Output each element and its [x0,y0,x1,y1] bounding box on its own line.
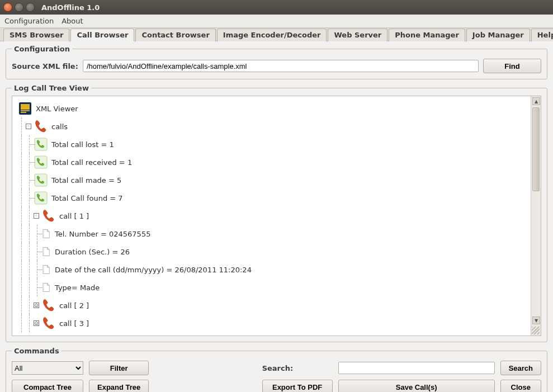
search-input[interactable] [338,362,495,374]
window-maximize-button[interactable] [26,3,35,12]
phone-green-icon [34,155,48,169]
phone-green-icon [34,173,48,187]
configuration-legend: Configuration [12,45,72,53]
tree-stat-made[interactable]: Total call made = 5 [51,176,121,185]
menu-configuration[interactable]: Configuration [4,17,54,25]
tree-legend: Log Call Tree View [12,84,91,92]
tree-calls[interactable]: calls [51,122,68,131]
tree-call2[interactable]: call [ 2 ] [59,301,89,310]
search-button[interactable]: Search [500,361,541,375]
source-xml-label: Source XML file: [12,62,78,70]
menu-about[interactable]: About [62,17,83,25]
menubar: Configuration About [0,15,553,28]
tree-stat-total[interactable]: Total Call found = 7 [51,194,123,202]
scroll-down-icon[interactable]: ▼ [532,317,540,324]
tree-root[interactable]: XML Viewer [36,105,78,113]
phone-green-icon [34,191,48,205]
document-icon [41,264,51,275]
tree-call1-type[interactable]: Type= Made [55,284,100,292]
call-tree[interactable]: XML Viewer ◦ calls Total call lost = 1 [12,96,531,336]
find-button[interactable]: Find [483,59,541,73]
filter-button[interactable]: Filter [89,361,149,375]
tree-toggle-call3[interactable]: ⊙ [34,320,39,326]
tabbar: SMS Browser Call Browser Contact Browser… [0,28,553,41]
document-icon [41,246,51,257]
tree-toggle-call1[interactable]: ◦ [34,213,39,219]
expand-tree-button[interactable]: Expand Tree [89,380,149,392]
source-xml-input[interactable] [83,60,479,72]
tree-call1-date[interactable]: Date of the call (dd/mm/yyyy) = 26/08/20… [55,266,252,274]
window-minimize-button[interactable] [15,3,23,12]
phone-green-icon [34,137,48,152]
tree-stat-lost[interactable]: Total call lost = 1 [51,140,114,149]
phone-red-icon [41,316,56,330]
titlebar: AndOffline 1.0 [0,0,553,15]
tab-image-encdec[interactable]: Image Encoder/Decoder [217,29,327,41]
configuration-fieldset: Configuration Source XML file: Find [6,45,547,79]
tree-fieldset: Log Call Tree View XML Viewer ◦ calls [6,84,547,342]
commands-fieldset: Commands All Filter Search: Search Compa… [6,347,547,392]
phone-red-icon [34,119,48,134]
commands-legend: Commands [12,347,62,355]
compact-tree-button[interactable]: Compact Tree [12,380,83,392]
chip-icon [18,101,32,116]
resize-grip-icon [532,327,540,334]
tab-sms-browser[interactable]: SMS Browser [3,29,69,41]
tab-job-manager[interactable]: Job Manager [466,29,530,41]
document-icon [41,282,51,293]
tab-help[interactable]: Help [531,29,553,41]
tree-scrollbar[interactable]: ▲ ▼ [531,96,541,336]
tree-toggle-calls[interactable]: ◦ [26,124,31,129]
tree-call1-duration[interactable]: Duration (Sec.) = 26 [55,248,130,256]
phone-red-icon [41,298,56,313]
tab-web-server[interactable]: Web Server [328,29,387,41]
tab-content: Configuration Source XML file: Find Log … [0,41,553,392]
window-close-button[interactable] [3,3,12,12]
document-icon [41,228,51,239]
search-label: Search: [262,364,333,372]
tree-call1-tel[interactable]: Tel. Number = 024567555 [55,230,150,238]
tree-call1[interactable]: call [ 1 ] [59,212,89,220]
tab-phone-manager[interactable]: Phone Manager [389,29,465,41]
tree-toggle-call2[interactable]: ⊙ [34,303,39,308]
tab-contact-browser[interactable]: Contact Browser [135,29,215,41]
tree-stat-received[interactable]: Total call received = 1 [51,158,132,167]
close-button[interactable]: Close [500,380,541,392]
tab-call-browser[interactable]: Call Browser [70,29,134,41]
window-title: AndOffline 1.0 [41,3,100,12]
tree-call3[interactable]: call [ 3 ] [59,319,89,328]
filter-select[interactable]: All [12,361,83,375]
scroll-up-icon[interactable]: ▲ [532,97,540,105]
scroll-thumb[interactable] [532,107,540,191]
phone-red-icon [41,209,56,223]
save-calls-button[interactable]: Save Call(s) [338,380,495,392]
export-pdf-button[interactable]: Export To PDF [262,380,333,392]
